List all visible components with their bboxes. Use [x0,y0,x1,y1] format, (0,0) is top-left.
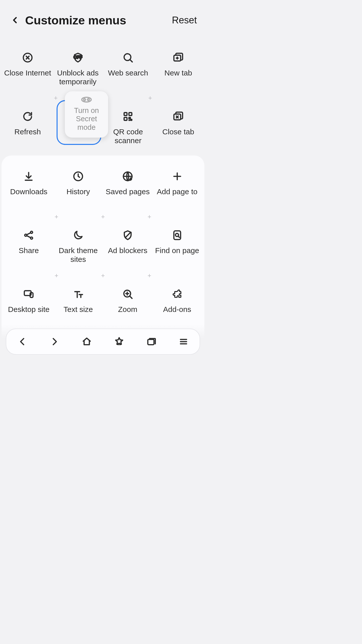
menu-item-label: Refresh [14,127,41,136]
menu-item-label: Dark theme sites [55,246,102,264]
menu-item-label: New tab [164,68,192,77]
menu-item-label: Desktop site [8,305,50,314]
menu-item-label: Close Internet [4,68,51,77]
menu-item-label: History [66,187,90,196]
insertion-plus-icon[interactable]: + [148,272,151,279]
globe-down-icon [120,169,135,184]
menu-item-add-page-to[interactable]: Add page to [152,167,202,209]
share-icon [21,228,36,243]
menu-item-label: Saved pages [106,187,150,196]
reset-button[interactable]: Reset [170,12,198,28]
menu-item-close-tab[interactable]: Close tab [153,107,203,149]
insertion-plus-icon[interactable]: + [148,94,152,102]
toolbar-bookmarks-button[interactable] [110,333,128,350]
menu-item-ad-blockers[interactable]: Ad blockers [103,225,153,268]
menu-item-close-internet[interactable]: Close Internet [3,48,53,91]
menu-item-new-tab[interactable]: New tab [153,48,203,91]
menu-item-label: Unblock ads temporarily [54,68,102,86]
menu-item-label: QR code scanner [104,127,152,145]
menu-item-text-size[interactable]: Text size [54,284,103,327]
insertion-plus-icon[interactable]: + [148,213,151,221]
home-icon [81,336,92,347]
menu-item-label: Close tab [162,127,194,136]
toolbar-tabs-button[interactable] [143,333,160,350]
moon-icon [71,228,85,243]
insertion-plus-icon[interactable]: + [101,213,105,221]
puzzle-icon [170,287,185,301]
menu-item-label: Zoom [118,305,138,314]
insertion-plus-icon[interactable]: + [55,213,58,221]
plus-icon [170,169,185,184]
shield-off-icon [71,50,85,65]
chevron-left-icon [11,16,19,24]
menu-item-label: Share [19,246,39,255]
star-list-icon [114,336,124,347]
shield-slash-icon [120,228,135,243]
menu-item-refresh[interactable]: Refresh [3,107,53,149]
insertion-plus-icon[interactable]: + [54,94,58,102]
menu-item-qr-scanner[interactable]: QR code scanner [103,107,153,149]
toolbar-back-button[interactable] [14,333,31,350]
devices-icon [21,287,36,301]
toolbar-home-button[interactable] [78,333,96,350]
menu-item-history[interactable]: History [54,167,103,209]
menu-item-label: Ad blockers [108,246,148,255]
page-title: Customize menus [25,13,170,27]
doc-search-icon [170,228,185,243]
menu-item-label: Downloads [10,187,47,196]
mask-icon [81,96,92,104]
tabs-stack-icon [146,336,157,347]
menu-item-find-on-page[interactable]: Find on page [152,225,202,268]
dragged-item-secret-mode[interactable]: Turn on Secret mode [65,91,108,138]
clock-icon [71,169,85,184]
tab-plus-icon [171,50,186,65]
browser-toolbar [6,329,200,355]
tab-x-icon [171,109,186,124]
chevron-right-icon [49,336,60,347]
text-size-icon [71,287,85,301]
back-button[interactable] [8,13,23,28]
circle-x-icon [20,50,35,65]
menu-item-share[interactable]: Share [4,225,54,268]
search-icon [121,50,135,65]
menu-item-label: Find on page [155,246,199,255]
menu-item-unblock-ads[interactable]: Unblock ads temporarily [53,48,103,91]
download-icon [21,169,36,184]
menu-item-dark-theme[interactable]: Dark theme sites [54,225,103,268]
menu-item-label: Text size [64,305,93,314]
menu-item-desktop-site[interactable]: Desktop site [4,284,54,327]
menu-item-web-search[interactable]: Web search [103,48,153,91]
refresh-icon [20,109,35,124]
menu-item-label: Web search [108,68,148,77]
toolbar-menu-button[interactable] [175,333,192,350]
insertion-plus-icon[interactable]: + [55,272,58,279]
chevron-left-icon [17,336,28,347]
dragged-item-label: Turn on Secret mode [67,106,106,132]
menu-item-add-ons[interactable]: Add-ons [152,284,202,327]
menu-item-zoom[interactable]: Zoom [103,284,153,327]
hamburger-menu-icon [178,336,189,347]
menu-item-label: Add-ons [163,305,191,314]
insertion-plus-icon[interactable]: + [101,272,105,279]
menu-item-saved-pages[interactable]: Saved pages [103,167,153,209]
toolbar-forward-button[interactable] [46,333,63,350]
zoom-in-icon [120,287,135,301]
menu-item-label: Add page to [157,187,198,196]
menu-item-downloads[interactable]: Downloads [4,167,54,209]
qr-icon [121,109,135,124]
